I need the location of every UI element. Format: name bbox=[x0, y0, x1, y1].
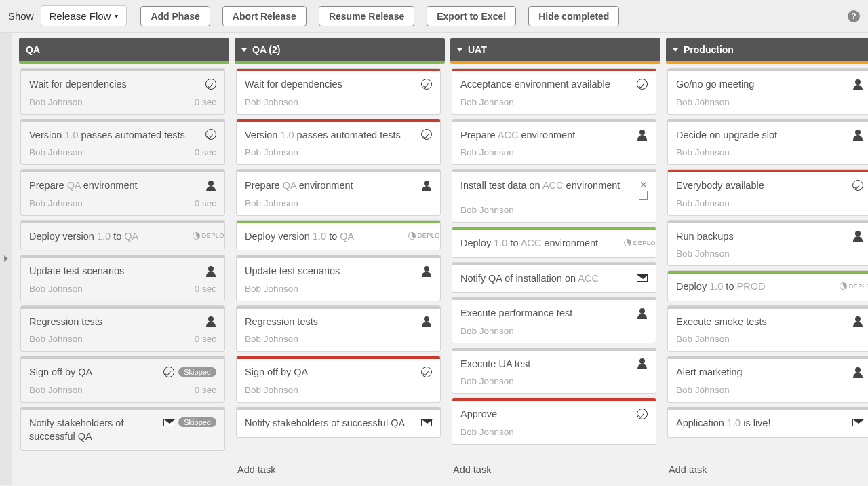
task-status-area bbox=[852, 179, 863, 191]
skipped-badge: Skipped bbox=[178, 367, 216, 377]
task-assignee: Bob Johnson bbox=[460, 97, 514, 107]
task-status-area bbox=[420, 179, 432, 191]
task-assignee: Bob Johnson bbox=[460, 427, 514, 437]
task-status-area bbox=[852, 417, 863, 428]
task-card[interactable]: Everybody availableBob Johnson bbox=[667, 169, 868, 216]
task-card[interactable]: Decide on upgrade slotBob Johnson bbox=[667, 119, 868, 166]
task-card[interactable]: Notify QA of installation on ACC bbox=[452, 262, 656, 293]
task-assignee: Bob Johnson bbox=[460, 147, 514, 157]
task-card[interactable]: Wait for dependenciesBob Johnson bbox=[236, 68, 441, 115]
task-assignee: Bob Johnson bbox=[29, 97, 83, 107]
task-card[interactable]: Regression testsBob Johnson bbox=[236, 305, 441, 352]
task-card[interactable]: Sign off by QASkippedBob Johnson0 sec bbox=[20, 356, 225, 403]
task-card[interactable]: Notify stakeholders of successful QASkip… bbox=[20, 407, 225, 451]
phase-header[interactable]: QA (2) bbox=[235, 38, 445, 61]
copy-icon[interactable] bbox=[640, 192, 648, 200]
task-card[interactable]: Execute performance testBob Johnson bbox=[452, 297, 656, 343]
hide-completed-button[interactable]: Hide completed bbox=[528, 6, 619, 26]
task-card[interactable]: Execute smoke testsBob Johnson bbox=[667, 305, 868, 352]
task-assignee: Bob Johnson bbox=[460, 326, 514, 336]
task-title: Prepare ACC environment bbox=[460, 129, 631, 143]
task-card[interactable]: Version 1.0 passes automated testsBob Jo… bbox=[236, 119, 441, 166]
task-card[interactable]: Wait for dependenciesBob Johnson0 sec bbox=[20, 68, 225, 115]
task-status-area bbox=[852, 366, 863, 377]
add-task-link[interactable]: Add task bbox=[450, 459, 660, 478]
task-assignee: Bob Johnson bbox=[29, 284, 83, 294]
task-card[interactable]: Regression testsBob Johnson0 sec bbox=[20, 305, 225, 352]
help-icon[interactable]: ? bbox=[848, 10, 860, 22]
task-card[interactable]: Deploy 1.0 to PRODDEPLOY bbox=[667, 270, 868, 301]
task-card[interactable]: Sign off by QABob Johnson bbox=[236, 356, 441, 403]
task-title: Prepare QA environment bbox=[29, 179, 199, 193]
phase-header[interactable]: Production bbox=[666, 38, 868, 61]
mail-icon bbox=[636, 272, 648, 284]
sidebar-toggle[interactable] bbox=[0, 33, 12, 485]
task-duration: 0 sec bbox=[195, 334, 216, 344]
task-card[interactable]: Version 1.0 passes automated testsBob Jo… bbox=[20, 119, 225, 166]
task-card[interactable]: Deploy 1.0 to ACC environmentDEPLOY bbox=[452, 227, 656, 258]
task-card[interactable]: Application 1.0 is live! bbox=[667, 407, 868, 438]
check-circle-icon bbox=[205, 129, 216, 141]
task-card[interactable]: Install test data on ACC environment✕Bob… bbox=[452, 169, 656, 223]
task-title: Prepare QA environment bbox=[245, 179, 415, 193]
check-circle-icon bbox=[420, 78, 432, 90]
task-title: Decide on upgrade slot bbox=[676, 129, 846, 143]
add-task-link[interactable]: Add task bbox=[666, 459, 868, 478]
task-status-area bbox=[420, 265, 432, 276]
task-title: Update test scenarios bbox=[245, 265, 415, 278]
task-status-area bbox=[852, 230, 863, 242]
task-title: Wait for dependencies bbox=[29, 78, 199, 92]
add-phase-button[interactable]: Add Phase bbox=[140, 6, 210, 26]
task-title: Regression tests bbox=[29, 316, 199, 329]
task-card[interactable]: Deploy version 1.0 to QADEPLOY bbox=[236, 220, 441, 251]
task-status-area bbox=[636, 129, 648, 141]
task-title: Install test data on ACC environment bbox=[460, 179, 634, 193]
task-card[interactable]: Prepare ACC environmentBob Johnson bbox=[452, 119, 656, 166]
phase-header[interactable]: QA bbox=[19, 38, 229, 61]
task-assignee: Bob Johnson bbox=[676, 97, 730, 107]
close-icon[interactable]: ✕ bbox=[639, 179, 648, 190]
task-card[interactable]: Prepare QA environmentBob Johnson0 sec bbox=[20, 169, 225, 216]
abort-release-button[interactable]: Abort Release bbox=[222, 6, 307, 26]
resume-release-button[interactable]: Resume Release bbox=[319, 6, 414, 26]
deploy-icon: DEPLOY bbox=[205, 230, 216, 242]
task-title: Version 1.0 passes automated tests bbox=[29, 129, 199, 143]
task-card[interactable]: Run backupsBob Johnson bbox=[667, 220, 868, 267]
phase-body: Acceptance environment availableBob John… bbox=[450, 64, 660, 459]
task-duration: 0 sec bbox=[195, 385, 216, 395]
person-icon bbox=[420, 265, 432, 276]
task-status-area bbox=[420, 129, 432, 141]
person-icon bbox=[852, 78, 863, 90]
task-duration: 0 sec bbox=[195, 97, 216, 107]
toolbar: Show Release Flow ▾ Add Phase Abort Rele… bbox=[0, 0, 868, 33]
task-title: Wait for dependencies bbox=[245, 78, 415, 92]
task-card[interactable]: Update test scenariosBob Johnson bbox=[236, 255, 441, 301]
check-circle-icon bbox=[205, 78, 216, 90]
view-dropdown-label: Release Flow bbox=[50, 10, 111, 22]
phase-title: QA (2) bbox=[252, 44, 280, 55]
task-card[interactable]: Notify stakeholders of successful QA bbox=[236, 407, 441, 438]
task-card[interactable]: Prepare QA environmentBob Johnson bbox=[236, 169, 441, 216]
task-title: Run backups bbox=[676, 230, 846, 244]
check-circle-icon bbox=[852, 179, 863, 191]
person-icon bbox=[852, 316, 863, 327]
check-circle-icon bbox=[636, 78, 648, 90]
add-task-link[interactable]: Add task bbox=[235, 459, 445, 478]
task-card[interactable]: Execute UA testBob Johnson bbox=[452, 348, 656, 394]
task-status-area bbox=[205, 316, 216, 327]
task-card[interactable]: Update test scenariosBob Johnson0 sec bbox=[20, 255, 225, 301]
task-card[interactable]: ApproveBob Johnson bbox=[452, 398, 656, 445]
task-card[interactable]: Deploy version 1.0 to QADEPLOY bbox=[20, 220, 225, 251]
phase-header[interactable]: UAT bbox=[450, 38, 660, 61]
view-dropdown[interactable]: Release Flow ▾ bbox=[41, 5, 127, 26]
task-duration: 0 sec bbox=[195, 284, 216, 294]
task-status-area bbox=[205, 179, 216, 191]
task-card[interactable]: Alert marketingBob Johnson bbox=[667, 356, 868, 403]
deploy-icon: DEPLOY bbox=[636, 237, 648, 248]
skipped-badge: Skipped bbox=[178, 417, 216, 427]
task-title: Deploy 1.0 to ACC environment bbox=[460, 237, 631, 250]
task-card[interactable]: Acceptance environment availableBob John… bbox=[452, 68, 656, 115]
phase-column: ProductionGo/no go meetingBob JohnsonDec… bbox=[666, 38, 868, 478]
task-card[interactable]: Go/no go meetingBob Johnson bbox=[667, 68, 868, 115]
export-excel-button[interactable]: Export to Excel bbox=[427, 6, 516, 26]
